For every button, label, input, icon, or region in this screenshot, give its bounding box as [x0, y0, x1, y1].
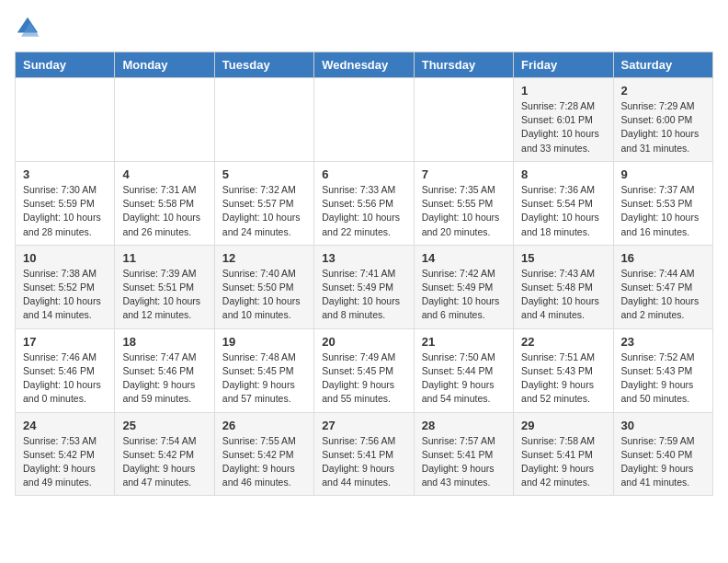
calendar-cell: 14Sunrise: 7:42 AM Sunset: 5:49 PM Dayli… — [414, 245, 513, 328]
day-number: 13 — [322, 251, 405, 265]
calendar-cell — [16, 78, 115, 162]
day-info: Sunrise: 7:43 AM Sunset: 5:48 PM Dayligh… — [521, 267, 605, 323]
day-info: Sunrise: 7:47 AM Sunset: 5:46 PM Dayligh… — [122, 350, 206, 407]
page-header — [15, 15, 713, 40]
day-info: Sunrise: 7:53 AM Sunset: 5:42 PM Dayligh… — [23, 434, 107, 490]
calendar-cell: 25Sunrise: 7:54 AM Sunset: 5:42 PM Dayli… — [115, 412, 214, 496]
day-number: 26 — [222, 419, 306, 432]
day-number: 3 — [23, 167, 107, 181]
calendar-cell: 17Sunrise: 7:46 AM Sunset: 5:46 PM Dayli… — [16, 328, 115, 412]
day-info: Sunrise: 7:33 AM Sunset: 5:56 PM Dayligh… — [322, 183, 405, 239]
day-number: 22 — [521, 335, 605, 349]
calendar-week-row: 10Sunrise: 7:38 AM Sunset: 5:52 PM Dayli… — [16, 245, 713, 328]
day-info: Sunrise: 7:50 AM Sunset: 5:44 PM Dayligh… — [422, 350, 506, 407]
day-info: Sunrise: 7:52 AM Sunset: 5:43 PM Dayligh… — [621, 350, 705, 407]
day-info: Sunrise: 7:57 AM Sunset: 5:41 PM Dayligh… — [422, 434, 506, 490]
day-number: 24 — [23, 419, 107, 432]
day-number: 15 — [521, 251, 605, 265]
day-info: Sunrise: 7:40 AM Sunset: 5:50 PM Dayligh… — [222, 267, 306, 323]
calendar-cell — [214, 78, 313, 162]
day-number: 23 — [621, 335, 705, 349]
calendar-cell: 2Sunrise: 7:29 AM Sunset: 6:00 PM Daylig… — [613, 78, 712, 162]
day-number: 4 — [122, 167, 206, 181]
day-number: 21 — [422, 335, 506, 349]
calendar-cell — [414, 78, 513, 162]
weekday-header: Sunday — [16, 52, 115, 78]
day-info: Sunrise: 7:51 AM Sunset: 5:43 PM Dayligh… — [521, 350, 605, 407]
weekday-header: Monday — [115, 52, 214, 78]
calendar-cell: 18Sunrise: 7:47 AM Sunset: 5:46 PM Dayli… — [115, 328, 214, 412]
day-info: Sunrise: 7:48 AM Sunset: 5:45 PM Dayligh… — [222, 350, 306, 407]
day-number: 8 — [521, 167, 605, 181]
logo — [15, 15, 44, 40]
day-info: Sunrise: 7:44 AM Sunset: 5:47 PM Dayligh… — [621, 267, 705, 323]
day-info: Sunrise: 7:35 AM Sunset: 5:55 PM Dayligh… — [422, 183, 506, 239]
day-info: Sunrise: 7:56 AM Sunset: 5:41 PM Dayligh… — [322, 434, 405, 490]
day-number: 5 — [222, 167, 306, 181]
day-info: Sunrise: 7:39 AM Sunset: 5:51 PM Dayligh… — [122, 267, 206, 323]
day-number: 16 — [621, 251, 705, 265]
calendar-cell: 29Sunrise: 7:58 AM Sunset: 5:41 PM Dayli… — [514, 412, 613, 496]
day-info: Sunrise: 7:54 AM Sunset: 5:42 PM Dayligh… — [122, 434, 206, 490]
calendar-cell: 6Sunrise: 7:33 AM Sunset: 5:56 PM Daylig… — [314, 161, 414, 245]
calendar-cell: 30Sunrise: 7:59 AM Sunset: 5:40 PM Dayli… — [613, 412, 712, 496]
weekday-header: Thursday — [414, 52, 513, 78]
day-number: 30 — [621, 419, 705, 432]
day-info: Sunrise: 7:31 AM Sunset: 5:58 PM Dayligh… — [122, 183, 206, 239]
weekday-header: Wednesday — [314, 52, 414, 78]
calendar-cell: 22Sunrise: 7:51 AM Sunset: 5:43 PM Dayli… — [514, 328, 613, 412]
day-info: Sunrise: 7:30 AM Sunset: 5:59 PM Dayligh… — [23, 183, 107, 239]
calendar-header-row: SundayMondayTuesdayWednesdayThursdayFrid… — [16, 52, 713, 78]
weekday-header: Tuesday — [214, 52, 313, 78]
day-number: 2 — [621, 84, 705, 98]
calendar-cell: 13Sunrise: 7:41 AM Sunset: 5:49 PM Dayli… — [314, 245, 414, 328]
day-info: Sunrise: 7:42 AM Sunset: 5:49 PM Dayligh… — [422, 267, 506, 323]
calendar-cell — [115, 78, 214, 162]
day-info: Sunrise: 7:46 AM Sunset: 5:46 PM Dayligh… — [23, 350, 107, 407]
day-number: 10 — [23, 251, 107, 265]
day-number: 19 — [222, 335, 306, 349]
day-info: Sunrise: 7:38 AM Sunset: 5:52 PM Dayligh… — [23, 267, 107, 323]
calendar-cell: 12Sunrise: 7:40 AM Sunset: 5:50 PM Dayli… — [214, 245, 313, 328]
logo-icon — [15, 15, 40, 40]
calendar-week-row: 24Sunrise: 7:53 AM Sunset: 5:42 PM Dayli… — [16, 412, 713, 496]
calendar-table: SundayMondayTuesdayWednesdayThursdayFrid… — [15, 52, 713, 496]
day-info: Sunrise: 7:41 AM Sunset: 5:49 PM Dayligh… — [322, 267, 405, 323]
calendar-week-row: 3Sunrise: 7:30 AM Sunset: 5:59 PM Daylig… — [16, 161, 713, 245]
day-info: Sunrise: 7:49 AM Sunset: 5:45 PM Dayligh… — [322, 350, 405, 407]
day-number: 20 — [322, 335, 405, 349]
weekday-header: Saturday — [613, 52, 712, 78]
calendar-cell: 24Sunrise: 7:53 AM Sunset: 5:42 PM Dayli… — [16, 412, 115, 496]
day-number: 27 — [322, 419, 405, 432]
day-number: 18 — [122, 335, 206, 349]
calendar-week-row: 1Sunrise: 7:28 AM Sunset: 6:01 PM Daylig… — [16, 78, 713, 162]
calendar-cell: 1Sunrise: 7:28 AM Sunset: 6:01 PM Daylig… — [514, 78, 613, 162]
calendar-cell: 4Sunrise: 7:31 AM Sunset: 5:58 PM Daylig… — [115, 161, 214, 245]
calendar-cell: 10Sunrise: 7:38 AM Sunset: 5:52 PM Dayli… — [16, 245, 115, 328]
day-info: Sunrise: 7:36 AM Sunset: 5:54 PM Dayligh… — [521, 183, 605, 239]
day-number: 29 — [521, 419, 605, 432]
calendar-cell: 8Sunrise: 7:36 AM Sunset: 5:54 PM Daylig… — [514, 161, 613, 245]
calendar-cell: 9Sunrise: 7:37 AM Sunset: 5:53 PM Daylig… — [613, 161, 712, 245]
calendar-cell: 5Sunrise: 7:32 AM Sunset: 5:57 PM Daylig… — [214, 161, 313, 245]
day-number: 9 — [621, 167, 705, 181]
day-info: Sunrise: 7:29 AM Sunset: 6:00 PM Dayligh… — [621, 99, 705, 155]
day-number: 28 — [422, 419, 506, 432]
calendar-cell: 15Sunrise: 7:43 AM Sunset: 5:48 PM Dayli… — [514, 245, 613, 328]
calendar-cell: 3Sunrise: 7:30 AM Sunset: 5:59 PM Daylig… — [16, 161, 115, 245]
calendar-cell: 16Sunrise: 7:44 AM Sunset: 5:47 PM Dayli… — [613, 245, 712, 328]
day-info: Sunrise: 7:58 AM Sunset: 5:41 PM Dayligh… — [521, 434, 605, 490]
day-info: Sunrise: 7:37 AM Sunset: 5:53 PM Dayligh… — [621, 183, 705, 239]
calendar-cell: 11Sunrise: 7:39 AM Sunset: 5:51 PM Dayli… — [115, 245, 214, 328]
day-number: 25 — [122, 419, 206, 432]
calendar-cell — [314, 78, 414, 162]
day-number: 7 — [422, 167, 506, 181]
day-info: Sunrise: 7:59 AM Sunset: 5:40 PM Dayligh… — [621, 434, 705, 490]
day-number: 12 — [222, 251, 306, 265]
day-info: Sunrise: 7:32 AM Sunset: 5:57 PM Dayligh… — [222, 183, 306, 239]
day-number: 1 — [521, 84, 605, 98]
calendar-cell: 26Sunrise: 7:55 AM Sunset: 5:42 PM Dayli… — [214, 412, 313, 496]
calendar-cell: 21Sunrise: 7:50 AM Sunset: 5:44 PM Dayli… — [414, 328, 513, 412]
calendar-week-row: 17Sunrise: 7:46 AM Sunset: 5:46 PM Dayli… — [16, 328, 713, 412]
calendar-cell: 28Sunrise: 7:57 AM Sunset: 5:41 PM Dayli… — [414, 412, 513, 496]
